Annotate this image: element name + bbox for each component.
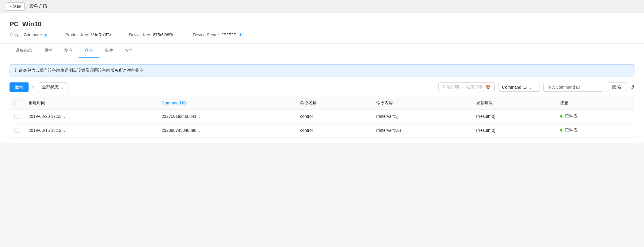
tab-security[interactable]: 安全 [119,44,139,58]
calendar-icon: 📅 [485,85,491,90]
status-text-0: 已响应 [565,114,578,118]
row-command-content-1: {"interval":10} [371,124,471,137]
date-range-picker[interactable]: 开始日期 ~ 结束日期 📅 [438,82,495,92]
top-bar-title: 设备详情 [29,4,47,9]
th-command-name: 命令名称 [295,97,371,110]
row-checkbox-1[interactable] [14,128,19,133]
device-name: PC_Win10 [10,20,634,28]
tabs-container: 设备信息 属性 测点 命令 事件 安全 [0,44,644,58]
th-command-content: 命令内容 [371,97,471,110]
search-button[interactable]: 搜 索 [607,82,626,92]
info-icon: ℹ [15,68,16,73]
th-command-id: Command ID [157,97,295,110]
row-create-time-1: 2019-08-15 18:12... [24,124,157,137]
status-select[interactable]: 全部状态 ⌄ [38,82,68,92]
product-key-label: Product Key: [65,32,89,37]
th-checkbox [10,97,24,110]
status-text-1: 已响应 [565,128,578,132]
tab-measure[interactable]: 测点 [58,44,79,58]
row-create-time-0: 2019-08-20 17:53... [24,110,157,124]
status-select-label: 全部状态 [42,85,59,90]
meta-device-key: Device Key: 875r5O8Rrr [129,32,175,37]
table-row: 2019-08-20 17:53... 232750182468841... c… [10,110,634,124]
main-content: ℹ 命令包含云端向设备端发送测点设置及调用设备端服务所产生的指令 撤销 ? 全部… [0,58,644,143]
th-device-response: 设备响应 [471,97,555,110]
meta-product-key: Product Key: VdgRpJFV [65,32,111,37]
row-device-response-0: {"result":0} [471,110,555,124]
tabs: 设备信息 属性 测点 命令 事件 安全 [10,44,634,58]
row-command-content-0: {"interval":1} [371,110,471,124]
row-checkbox-cell-0 [10,110,24,124]
end-date: 结束日期 [466,85,483,90]
row-checkbox-cell-1 [10,124,24,137]
row-checkbox-0[interactable] [14,114,19,119]
top-bar: < 返回 设备详情 [0,0,644,13]
chevron-down-icon-2: ⌄ [529,85,532,90]
date-separator: ~ [461,85,464,90]
product-key-value: VdgRpJFV [91,32,111,37]
tab-device-info[interactable]: 设备信息 [10,44,38,58]
refresh-button[interactable]: ↺ [630,84,634,90]
product-value: Computer ⊞ [24,32,47,37]
tab-command[interactable]: 命令 [79,44,99,58]
eye-icon[interactable]: 👁 [239,32,243,37]
command-id-select[interactable]: Command ID ⌄ [498,83,540,92]
product-label: 产品： [10,32,22,37]
header-checkbox[interactable] [14,101,19,105]
row-command-name-1: control [295,124,371,137]
row-status-1: 已响应 [555,124,635,137]
start-date: 开始日期 [442,85,459,90]
data-table: 创建时间 Command ID 命令名称 命令内容 设备响应 状态 2019-0… [10,97,634,137]
table-header-row: 创建时间 Command ID 命令名称 命令内容 设备响应 状态 [10,97,634,110]
device-header: PC_Win10 产品： Computer ⊞ Product Key: Vdg… [0,13,644,44]
meta-product: 产品： Computer ⊞ [10,32,47,37]
tab-event[interactable]: 事件 [99,44,119,58]
row-command-name-0: control [295,110,371,124]
meta-device-secret: Device Secret: ****** 👁 [193,32,243,37]
chevron-down-icon: ⌄ [60,85,64,90]
table-row: 2019-08-15 18:12... 232388745048888... c… [10,124,634,137]
status-dot-1 [560,129,562,132]
device-secret-label: Device Secret: [193,32,220,37]
info-banner: ℹ 命令包含云端向设备端发送测点设置及调用设备端服务所产生的指令 [10,64,634,76]
device-key-value: 875r5O8Rrr [153,32,175,37]
product-search-icon[interactable]: ⊞ [44,32,47,37]
tab-attributes[interactable]: 属性 [38,44,58,58]
th-create-time: 创建时间 [24,97,157,110]
row-device-response-1: {"result":0} [471,124,555,137]
status-dot-0 [560,115,562,118]
help-icon[interactable]: ? [32,85,35,90]
banner-text: 命令包含云端向设备端发送测点设置及调用设备端服务所产生的指令 [19,68,144,73]
device-secret-value: ****** [222,32,236,37]
back-button[interactable]: < 返回 [6,2,25,11]
device-meta: 产品： Computer ⊞ Product Key: VdgRpJFV Dev… [10,32,634,37]
th-status: 状态 [555,97,635,110]
command-id-input[interactable] [543,83,603,92]
row-command-id-0: 232750182468841... [157,110,295,124]
command-id-select-label: Command ID [502,85,526,90]
device-key-label: Device Key: [129,32,151,37]
toolbar: 撤销 ? 全部状态 ⌄ 开始日期 ~ 结束日期 📅 Command ID ⌄ 搜… [10,82,634,92]
row-status-0: 已响应 [555,110,635,124]
revoke-button[interactable]: 撤销 [10,82,29,92]
row-command-id-1: 232388745048888... [157,124,295,137]
